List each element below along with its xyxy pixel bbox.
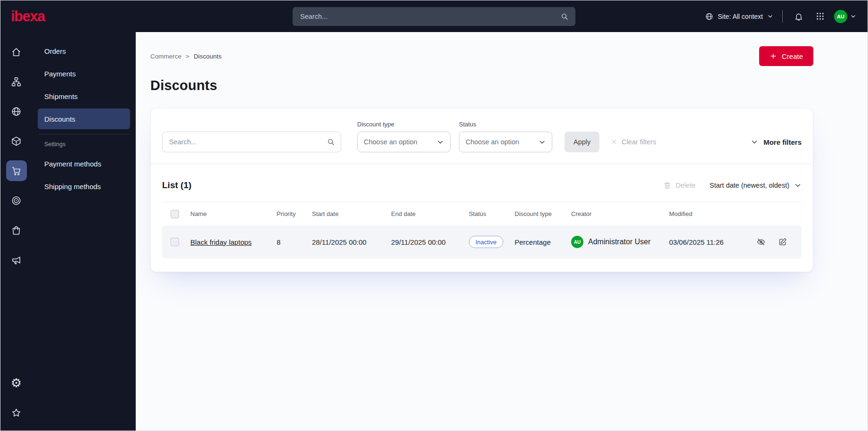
user-menu[interactable]: AU bbox=[834, 10, 856, 23]
menu-item-payment-methods[interactable]: Payment methods bbox=[38, 153, 130, 174]
status-label: Status bbox=[459, 121, 552, 128]
topbar-divider bbox=[782, 10, 783, 23]
search-icon bbox=[327, 138, 335, 146]
grid-dots-icon bbox=[816, 12, 825, 21]
apps-menu-button[interactable] bbox=[813, 9, 827, 24]
topbar-right-cluster: Site: All context AU bbox=[705, 9, 856, 24]
trash-icon bbox=[663, 181, 671, 190]
more-filters-label: More filters bbox=[763, 138, 802, 146]
eye-off-icon bbox=[756, 237, 766, 247]
menu-item-payments[interactable]: Payments bbox=[38, 63, 130, 84]
discount-name-link[interactable]: Black friday laptops bbox=[190, 238, 252, 246]
search-icon bbox=[560, 12, 569, 21]
global-search bbox=[293, 7, 575, 26]
notifications-button[interactable] bbox=[792, 9, 806, 24]
menu-item-orders[interactable]: Orders bbox=[38, 41, 130, 61]
status-select[interactable]: Choose an option bbox=[459, 132, 552, 152]
shopping-bag-icon bbox=[11, 225, 22, 236]
menu-item-shipping-methods[interactable]: Shipping methods bbox=[38, 176, 130, 197]
column-header-start-date: Start date bbox=[312, 210, 391, 217]
ibexa-logo: ibexa bbox=[11, 8, 45, 25]
clear-filters-button[interactable]: Clear filters bbox=[611, 132, 656, 152]
discount-type-label: Discount type bbox=[357, 121, 450, 128]
apply-filters-button[interactable]: Apply bbox=[565, 132, 599, 152]
nav-personalization-button[interactable] bbox=[6, 190, 27, 211]
gear-icon: ⚙ bbox=[11, 377, 22, 389]
breadcrumb-commerce[interactable]: Commerce bbox=[150, 53, 181, 60]
nav-content-structure-button[interactable] bbox=[6, 71, 27, 92]
menu-item-label: Payment methods bbox=[44, 160, 101, 168]
home-icon bbox=[11, 47, 22, 58]
sitemap-icon bbox=[11, 76, 22, 87]
filter-search-input[interactable] bbox=[162, 132, 341, 152]
app-window: ibexa Site: All context bbox=[0, 0, 868, 431]
column-header-end-date: End date bbox=[391, 210, 469, 217]
admin-settings-button[interactable]: ⚙ bbox=[6, 373, 27, 393]
globe-icon bbox=[11, 106, 22, 117]
bookmarks-button[interactable] bbox=[6, 402, 27, 423]
chevron-down-icon bbox=[539, 139, 546, 146]
status-value: Choose an option bbox=[466, 138, 519, 146]
nav-product-catalog-button[interactable] bbox=[6, 131, 27, 151]
sort-dropdown[interactable]: Start date (newest, oldest) bbox=[710, 182, 802, 189]
discount-type-select[interactable]: Choose an option bbox=[357, 132, 450, 152]
deactivate-button[interactable] bbox=[756, 237, 766, 247]
menu-item-label: Shipping methods bbox=[44, 182, 101, 191]
user-avatar: AU bbox=[834, 10, 847, 23]
column-header-creator: Creator bbox=[571, 210, 669, 217]
shopping-cart-icon bbox=[11, 166, 22, 176]
menu-item-discounts[interactable]: Discounts bbox=[38, 108, 130, 129]
more-filters-button[interactable]: More filters bbox=[751, 132, 802, 152]
chevron-down-icon bbox=[751, 138, 758, 146]
chevron-down-icon bbox=[437, 139, 444, 146]
menu-item-label: Shipments bbox=[44, 92, 78, 100]
top-bar: ibexa Site: All context bbox=[0, 0, 868, 32]
menu-item-label: Orders bbox=[44, 47, 66, 55]
row-actions bbox=[751, 237, 802, 247]
chevron-down-icon bbox=[794, 182, 802, 189]
discount-type-value: Choose an option bbox=[364, 138, 418, 146]
page-title: Discounts bbox=[150, 78, 813, 93]
chevron-down-icon bbox=[850, 13, 856, 19]
edit-pencil-icon bbox=[778, 237, 787, 247]
breadcrumb-discounts[interactable]: Discounts bbox=[194, 53, 221, 60]
column-header-status: Status bbox=[469, 210, 515, 217]
rail-bottom-group: ⚙ bbox=[6, 373, 27, 423]
list-actions: Delete Start date (newest, oldest) bbox=[663, 181, 802, 190]
create-button-label: Create bbox=[782, 52, 803, 60]
edit-button[interactable] bbox=[778, 237, 787, 247]
nav-shop-button[interactable] bbox=[6, 220, 27, 240]
menu-item-label: Payments bbox=[44, 70, 76, 78]
breadcrumb-separator: > bbox=[186, 53, 189, 60]
breadcrumb: Commerce > Discounts bbox=[150, 53, 221, 60]
column-header-priority: Priority bbox=[277, 210, 312, 217]
site-context-label: Site: All context bbox=[718, 13, 763, 20]
nav-commerce-button[interactable] bbox=[6, 160, 27, 181]
nav-home-button[interactable] bbox=[6, 41, 27, 62]
close-icon bbox=[611, 139, 617, 145]
select-all-checkbox[interactable] bbox=[171, 210, 179, 218]
nav-marketing-button[interactable] bbox=[6, 249, 27, 270]
column-header-modified: Modified bbox=[669, 210, 751, 217]
creator-cell: AU Administrator User bbox=[571, 236, 669, 248]
main-content: Commerce > Discounts Create Discounts bbox=[136, 32, 868, 431]
start-date-value: 28/11/2025 00:00 bbox=[312, 238, 391, 246]
app-body: ⚙ Orders Payments Shipments Discounts bbox=[0, 32, 868, 431]
discounts-table: Name Priority Start date End date Status… bbox=[162, 202, 802, 258]
discounts-card: Discount type Choose an option Status bbox=[150, 108, 813, 272]
menu-item-shipments[interactable]: Shipments bbox=[38, 86, 130, 107]
create-button[interactable]: Create bbox=[759, 46, 813, 66]
plus-icon bbox=[770, 52, 777, 60]
global-search-input[interactable] bbox=[293, 7, 575, 26]
nav-site-button[interactable] bbox=[6, 101, 27, 122]
site-context-switcher[interactable]: Site: All context bbox=[705, 12, 773, 21]
filter-search bbox=[162, 132, 341, 152]
column-header-discount-type: Discount type bbox=[515, 210, 571, 217]
bell-icon bbox=[794, 12, 803, 21]
creator-avatar: AU bbox=[571, 236, 583, 248]
priority-value: 8 bbox=[277, 238, 312, 246]
end-date-value: 29/11/2025 00:00 bbox=[391, 238, 469, 246]
delete-button-label: Delete bbox=[676, 182, 696, 189]
delete-button[interactable]: Delete bbox=[663, 181, 696, 190]
row-checkbox[interactable] bbox=[171, 238, 179, 246]
